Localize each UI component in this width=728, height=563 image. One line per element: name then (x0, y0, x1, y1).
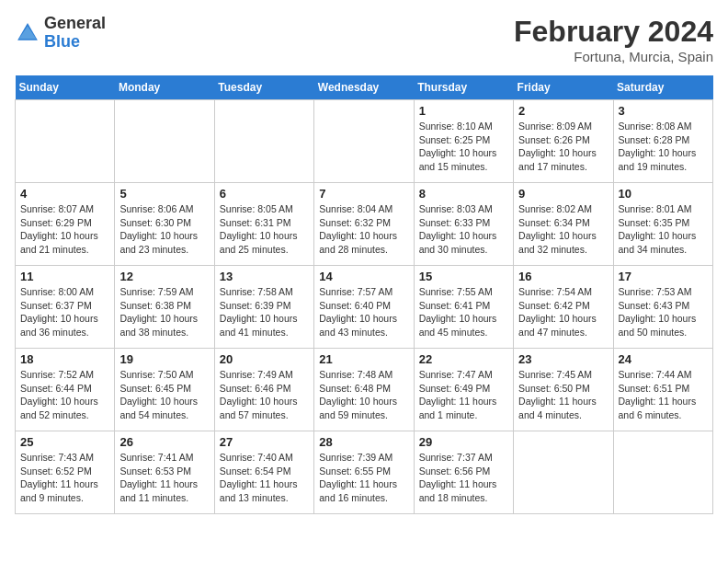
cell-date: 27 (220, 435, 309, 449)
logo: GeneralBlue (15, 15, 106, 52)
calendar-cell: 12Sunrise: 7:59 AM Sunset: 6:38 PM Dayli… (115, 266, 214, 349)
cell-date: 20 (220, 352, 309, 366)
day-header-monday: Monday (115, 75, 214, 100)
cell-info: Sunrise: 7:44 AM Sunset: 6:51 PM Dayligh… (619, 368, 708, 422)
day-header-saturday: Saturday (613, 75, 712, 100)
cell-info: Sunrise: 7:43 AM Sunset: 6:52 PM Dayligh… (20, 451, 109, 505)
calendar-cell: 28Sunrise: 7:39 AM Sunset: 6:55 PM Dayli… (314, 431, 414, 514)
calendar-cell: 10Sunrise: 8:01 AM Sunset: 6:35 PM Dayli… (613, 183, 712, 266)
cell-info: Sunrise: 7:45 AM Sunset: 6:50 PM Dayligh… (518, 368, 608, 422)
logo-text: GeneralBlue (44, 15, 106, 52)
cell-info: Sunrise: 8:05 AM Sunset: 6:31 PM Dayligh… (220, 202, 309, 257)
cell-info: Sunrise: 7:50 AM Sunset: 6:45 PM Dayligh… (119, 368, 209, 422)
week-row-1: 1Sunrise: 8:10 AM Sunset: 6:25 PM Daylig… (16, 100, 713, 183)
calendar-cell: 3Sunrise: 8:08 AM Sunset: 6:28 PM Daylig… (613, 100, 712, 183)
calendar-cell: 14Sunrise: 7:57 AM Sunset: 6:40 PM Dayli… (314, 266, 414, 349)
cell-info: Sunrise: 8:08 AM Sunset: 6:28 PM Dayligh… (619, 120, 708, 174)
cell-info: Sunrise: 7:58 AM Sunset: 6:39 PM Dayligh… (220, 285, 309, 339)
cell-date: 7 (319, 187, 408, 201)
calendar-cell (514, 431, 613, 514)
calendar-cell: 2Sunrise: 8:09 AM Sunset: 6:26 PM Daylig… (514, 100, 613, 183)
cell-date: 13 (220, 270, 309, 283)
week-row-2: 4Sunrise: 8:07 AM Sunset: 6:29 PM Daylig… (16, 183, 713, 266)
page-header: GeneralBlue February 2024 Fortuna, Murci… (15, 15, 713, 64)
calendar-cell: 15Sunrise: 7:55 AM Sunset: 6:41 PM Dayli… (414, 266, 513, 349)
calendar-cell: 25Sunrise: 7:43 AM Sunset: 6:52 PM Dayli… (16, 431, 115, 514)
calendar-cell: 18Sunrise: 7:52 AM Sunset: 6:44 PM Dayli… (16, 349, 115, 431)
calendar-cell: 26Sunrise: 7:41 AM Sunset: 6:53 PM Dayli… (115, 431, 214, 514)
calendar-cell (115, 100, 214, 183)
week-row-4: 18Sunrise: 7:52 AM Sunset: 6:44 PM Dayli… (16, 349, 713, 431)
calendar-cell: 16Sunrise: 7:54 AM Sunset: 6:42 PM Dayli… (514, 266, 613, 349)
svg-marker-1 (19, 26, 37, 39)
calendar-cell: 21Sunrise: 7:48 AM Sunset: 6:48 PM Dayli… (314, 349, 414, 431)
cell-date: 11 (20, 270, 109, 283)
cell-info: Sunrise: 7:52 AM Sunset: 6:44 PM Dayligh… (20, 368, 109, 422)
cell-date: 9 (518, 187, 608, 201)
cell-info: Sunrise: 8:02 AM Sunset: 6:34 PM Dayligh… (518, 202, 608, 257)
cell-date: 1 (419, 104, 508, 118)
calendar-cell: 29Sunrise: 7:37 AM Sunset: 6:56 PM Dayli… (414, 431, 513, 514)
calendar-cell: 20Sunrise: 7:49 AM Sunset: 6:46 PM Dayli… (214, 349, 313, 431)
calendar-cell (16, 100, 115, 183)
cell-info: Sunrise: 8:00 AM Sunset: 6:37 PM Dayligh… (20, 285, 109, 339)
cell-date: 28 (319, 435, 408, 449)
cell-date: 22 (419, 352, 508, 366)
cell-info: Sunrise: 8:09 AM Sunset: 6:26 PM Dayligh… (518, 120, 608, 174)
cell-info: Sunrise: 7:39 AM Sunset: 6:55 PM Dayligh… (319, 451, 408, 505)
calendar-cell: 6Sunrise: 8:05 AM Sunset: 6:31 PM Daylig… (214, 183, 313, 266)
cell-date: 10 (619, 187, 708, 201)
cell-info: Sunrise: 7:41 AM Sunset: 6:53 PM Dayligh… (119, 451, 209, 505)
cell-date: 23 (518, 352, 608, 366)
cell-info: Sunrise: 7:48 AM Sunset: 6:48 PM Dayligh… (319, 368, 408, 422)
calendar-cell (214, 100, 313, 183)
calendar-cell: 27Sunrise: 7:40 AM Sunset: 6:54 PM Dayli… (214, 431, 313, 514)
cell-info: Sunrise: 7:37 AM Sunset: 6:56 PM Dayligh… (419, 451, 508, 505)
cell-info: Sunrise: 7:54 AM Sunset: 6:42 PM Dayligh… (518, 285, 608, 339)
cell-info: Sunrise: 7:40 AM Sunset: 6:54 PM Dayligh… (220, 451, 309, 505)
cell-date: 4 (20, 187, 109, 201)
calendar-table: SundayMondayTuesdayWednesdayThursdayFrid… (15, 75, 713, 514)
cell-info: Sunrise: 8:01 AM Sunset: 6:35 PM Dayligh… (619, 202, 708, 257)
cell-info: Sunrise: 7:47 AM Sunset: 6:49 PM Dayligh… (419, 368, 508, 422)
calendar-cell: 22Sunrise: 7:47 AM Sunset: 6:49 PM Dayli… (414, 349, 513, 431)
cell-info: Sunrise: 8:04 AM Sunset: 6:32 PM Dayligh… (319, 202, 408, 257)
cell-info: Sunrise: 7:55 AM Sunset: 6:41 PM Dayligh… (419, 285, 508, 339)
cell-date: 19 (119, 352, 209, 366)
calendar-cell: 5Sunrise: 8:06 AM Sunset: 6:30 PM Daylig… (115, 183, 214, 266)
calendar-cell: 7Sunrise: 8:04 AM Sunset: 6:32 PM Daylig… (314, 183, 414, 266)
subtitle: Fortuna, Murcia, Spain (514, 49, 713, 64)
calendar-cell: 19Sunrise: 7:50 AM Sunset: 6:45 PM Dayli… (115, 349, 214, 431)
cell-date: 21 (319, 352, 408, 366)
cell-info: Sunrise: 8:07 AM Sunset: 6:29 PM Dayligh… (20, 202, 109, 257)
cell-info: Sunrise: 8:03 AM Sunset: 6:33 PM Dayligh… (419, 202, 508, 257)
day-header-sunday: Sunday (16, 75, 115, 100)
cell-info: Sunrise: 8:10 AM Sunset: 6:25 PM Dayligh… (419, 120, 508, 174)
cell-info: Sunrise: 7:53 AM Sunset: 6:43 PM Dayligh… (619, 285, 708, 339)
cell-date: 15 (419, 270, 508, 283)
cell-date: 12 (119, 270, 209, 283)
cell-date: 24 (619, 352, 708, 366)
cell-info: Sunrise: 8:06 AM Sunset: 6:30 PM Dayligh… (119, 202, 209, 257)
cell-date: 26 (119, 435, 209, 449)
day-header-wednesday: Wednesday (314, 75, 414, 100)
cell-date: 6 (220, 187, 309, 201)
cell-date: 2 (518, 104, 608, 118)
main-title: February 2024 (514, 15, 713, 49)
cell-date: 14 (319, 270, 408, 283)
calendar-cell: 24Sunrise: 7:44 AM Sunset: 6:51 PM Dayli… (613, 349, 712, 431)
cell-date: 18 (20, 352, 109, 366)
cell-date: 25 (20, 435, 109, 449)
cell-date: 16 (518, 270, 608, 283)
logo-icon (15, 20, 40, 46)
week-row-3: 11Sunrise: 8:00 AM Sunset: 6:37 PM Dayli… (16, 266, 713, 349)
calendar-body: 1Sunrise: 8:10 AM Sunset: 6:25 PM Daylig… (16, 100, 713, 514)
cell-info: Sunrise: 7:59 AM Sunset: 6:38 PM Dayligh… (119, 285, 209, 339)
cell-info: Sunrise: 7:49 AM Sunset: 6:46 PM Dayligh… (220, 368, 309, 422)
cell-date: 8 (419, 187, 508, 201)
calendar-cell: 8Sunrise: 8:03 AM Sunset: 6:33 PM Daylig… (414, 183, 513, 266)
cell-date: 29 (419, 435, 508, 449)
calendar-cell: 4Sunrise: 8:07 AM Sunset: 6:29 PM Daylig… (16, 183, 115, 266)
calendar-cell: 23Sunrise: 7:45 AM Sunset: 6:50 PM Dayli… (514, 349, 613, 431)
day-header-thursday: Thursday (414, 75, 513, 100)
